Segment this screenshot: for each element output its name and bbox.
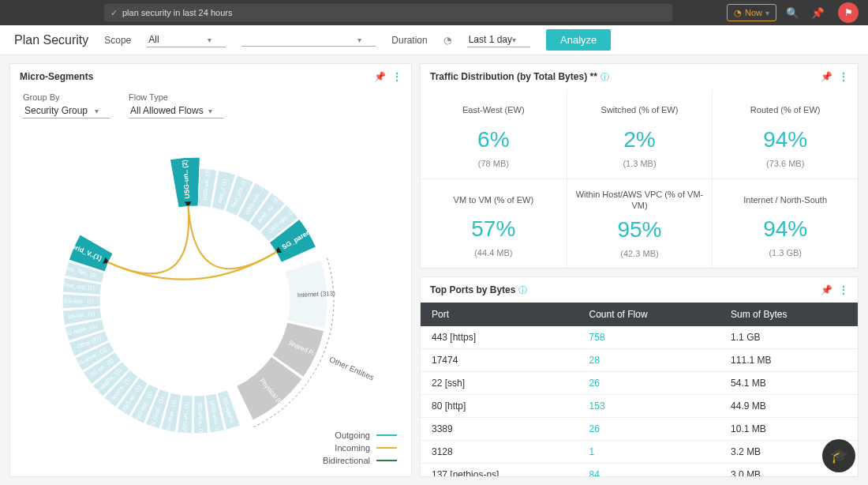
table-row[interactable]: 137 [netbios-ns]843.0 MB — [421, 464, 858, 477]
traffic-cell: Switched (% of EW)2%(1.3 MB) — [567, 89, 713, 179]
chevron-down-icon: ▾ — [208, 36, 211, 44]
count-cell[interactable]: 153 — [578, 395, 720, 418]
chord-diagram[interactable]: USG-un.. (2)SG_paren.. (4)Hybrid_V..(1)S… — [10, 125, 411, 476]
search-text: plan security in last 24 hours — [122, 8, 232, 17]
count-cell[interactable]: 758 — [578, 326, 720, 349]
duration-select[interactable]: Last 1 day ▾ — [467, 32, 530, 47]
chevron-down-icon: ▾ — [208, 107, 212, 115]
flow-type-select[interactable]: All Allowed Flows ▾ — [129, 103, 223, 118]
card-title: Top Ports by Bytes — [430, 284, 515, 295]
port-cell: 443 [https] — [421, 326, 578, 349]
graduation-cap-icon: 🎓 — [830, 447, 847, 464]
time-now-button[interactable]: ◔ Now ▾ — [727, 4, 776, 21]
group-by-select[interactable]: Security Group ▾ — [23, 103, 110, 118]
port-cell: 3389 — [421, 418, 578, 441]
duration-value: Last 1 day — [469, 34, 512, 45]
help-fab[interactable]: 🎓 — [822, 439, 855, 472]
count-cell[interactable]: 26 — [578, 418, 720, 441]
pin-icon[interactable]: 📌 — [374, 71, 386, 82]
table-row[interactable]: 80 [http]15344.9 MB — [421, 395, 858, 418]
count-cell[interactable]: 26 — [578, 372, 720, 395]
traffic-sub: (1.3 GB) — [769, 248, 802, 258]
chevron-down-icon: ▾ — [95, 107, 99, 115]
secondary-scope-select[interactable]: ▾ — [241, 34, 376, 47]
chevron-down-icon: ▾ — [765, 9, 769, 17]
svg-text:Internet (313): Internet (313) — [297, 289, 336, 299]
traffic-value: 94% — [763, 216, 807, 242]
table-header[interactable]: Count of Flow — [578, 303, 720, 326]
pin-icon[interactable]: 📌 — [821, 284, 832, 295]
top-ports-card: Top Ports by Bytes ⓘ 📌 ⋮ PortCount of Fl… — [420, 276, 859, 477]
clock-icon: ◔ — [443, 35, 451, 46]
clock-icon: ◔ — [734, 8, 742, 18]
traffic-label: Routed (% of EW) — [750, 100, 821, 121]
traffic-grid: East-West (EW)6%(78 MB)Switched (% of EW… — [421, 89, 858, 268]
magnifier-icon: 🔍 — [786, 7, 799, 19]
duration-label: Duration — [391, 35, 427, 46]
bytes-cell: 1.1 GB — [720, 326, 858, 349]
analyze-button[interactable]: Analyze — [546, 29, 611, 51]
card-header: Micro-Segments 📌 ⋮ — [10, 64, 411, 89]
traffic-label: East-West (EW) — [462, 100, 525, 121]
traffic-cell: East-West (EW)6%(78 MB) — [421, 89, 567, 179]
legend-incoming-swatch — [376, 447, 397, 449]
table-row[interactable]: 312813.2 MB — [421, 441, 858, 464]
more-icon[interactable]: ⋮ — [392, 71, 402, 82]
alert-flag-badge[interactable]: ⚑ — [838, 2, 859, 23]
traffic-cell: Within Host/AWS VPC (% of VM-VM)95%(42.3… — [567, 179, 713, 268]
traffic-sub: (42.3 MB) — [620, 249, 658, 258]
right-column: Traffic Distribution (by Total Bytes) **… — [420, 63, 859, 477]
now-label: Now — [745, 8, 762, 17]
pin-icon[interactable]: 📌 — [821, 71, 832, 82]
table-row[interactable]: 443 [https]7581.1 GB — [421, 326, 858, 349]
traffic-sub: (73.6 MB) — [766, 159, 804, 168]
card-header: Traffic Distribution (by Total Bytes) **… — [421, 64, 858, 89]
more-icon[interactable]: ⋮ — [839, 71, 848, 82]
table-row[interactable]: 22 [ssh]2654.1 MB — [421, 372, 858, 395]
traffic-value: 94% — [763, 127, 807, 152]
group-by-value: Security Group — [24, 105, 88, 116]
port-cell: 80 [http] — [421, 395, 578, 418]
pin-icon-button[interactable]: 📌 — [808, 3, 827, 22]
page-header: Plan Security Scope All ▾ ▾ Duration ◔ L… — [0, 25, 868, 55]
legend-incoming-label: Incoming — [335, 443, 370, 453]
traffic-label: Within Host/AWS VPC (% of VM-VM) — [571, 189, 709, 212]
table-header[interactable]: Port — [421, 303, 578, 326]
micro-segments-card: Micro-Segments 📌 ⋮ Group By Security Gro… — [9, 63, 412, 477]
bytes-cell: 111.1 MB — [720, 349, 858, 372]
flow-type-value: All Allowed Flows — [130, 105, 204, 116]
info-icon[interactable]: ⓘ — [518, 284, 527, 296]
count-cell[interactable]: 28 — [578, 349, 720, 372]
traffic-distribution-card: Traffic Distribution (by Total Bytes) **… — [420, 63, 859, 269]
pin-icon: 📌 — [811, 7, 825, 19]
traffic-cell: Internet / North-South94%(1.3 GB) — [712, 179, 858, 268]
table-row[interactable]: 33892610.1 MB — [421, 418, 858, 441]
traffic-value: 95% — [617, 217, 661, 242]
traffic-value: 2% — [623, 127, 655, 152]
traffic-label: Internet / North-South — [743, 190, 827, 210]
flow-type-label: Flow Type — [129, 92, 223, 102]
chevron-down-icon: ▾ — [512, 36, 516, 44]
chord-legend: Outgoing Incoming Bidirectional — [323, 430, 397, 465]
table-header[interactable]: Sum of Bytes — [720, 303, 858, 326]
more-icon[interactable]: ⋮ — [839, 284, 848, 295]
group-by-label: Group By — [23, 92, 110, 102]
traffic-value: 57% — [471, 216, 515, 242]
scope-select[interactable]: All ▾ — [147, 32, 226, 47]
micro-filters: Group By Security Group ▾ Flow Type All … — [10, 89, 411, 125]
count-cell[interactable]: 84 — [578, 464, 720, 477]
table-row[interactable]: 1747428111.1 MB — [421, 349, 858, 372]
port-cell: 17474 — [421, 349, 578, 372]
port-cell: 137 [netbios-ns] — [421, 464, 578, 477]
traffic-cell: Routed (% of EW)94%(73.6 MB) — [712, 89, 858, 179]
traffic-sub: (78 MB) — [478, 159, 509, 168]
count-cell[interactable]: 1 — [578, 441, 720, 464]
search-icon-button[interactable]: 🔍 — [783, 3, 802, 22]
scope-label: Scope — [104, 35, 131, 46]
flag-icon: ⚑ — [844, 7, 853, 18]
legend-outgoing-swatch — [376, 434, 397, 436]
card-title: Micro-Segments — [20, 71, 93, 82]
search-input[interactable]: ✓ plan security in last 24 hours — [104, 4, 672, 21]
bytes-cell: 54.1 MB — [720, 372, 858, 395]
info-icon[interactable]: ⓘ — [600, 71, 609, 83]
